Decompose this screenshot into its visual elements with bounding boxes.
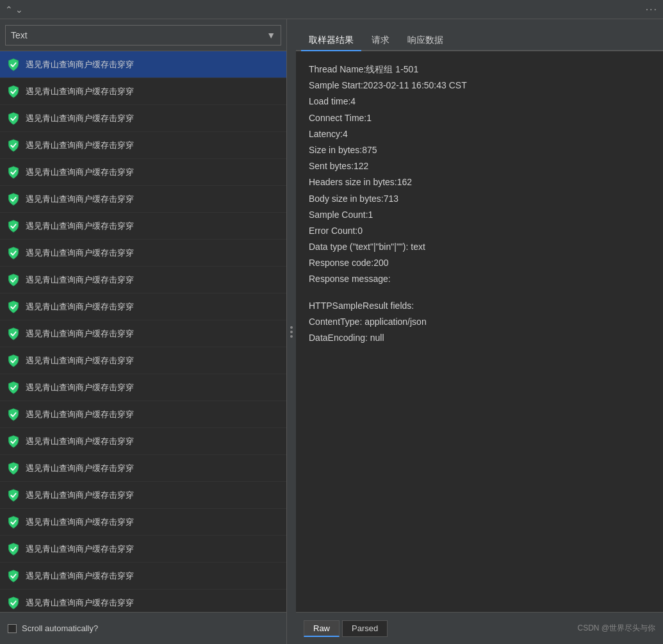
shield-icon [6,596,20,610]
list-item[interactable]: 遇见青山查询商户缓存击穿穿 [0,455,286,482]
item-text: 遇见青山查询商户缓存击穿穿 [26,140,134,151]
latency: Latency:4 [309,126,650,142]
text-dropdown[interactable]: Text ▼ [5,25,281,45]
shield-icon [6,219,20,233]
right-content: Thread Name:线程组 1-501 Sample Start:2023-… [296,51,663,612]
data-type: Data type ("text"|"bin"|""): text [309,239,650,255]
item-text: 遇见青山查询商户缓存击穿穿 [26,194,134,205]
shield-icon [6,273,20,287]
bottom-tab-Raw[interactable]: Raw [304,620,340,637]
list-item[interactable]: 遇见青山查询商户缓存击穿穿 [0,401,286,428]
bottom-tab-Parsed[interactable]: Parsed [342,620,388,637]
sent-bytes: Sent bytes:122 [309,158,650,174]
watermark: CSDN @世界尽头与你 [577,623,655,634]
item-text: 遇见青山查询商户缓存击穿穿 [26,113,134,124]
list-item[interactable]: 遇见青山查询商户缓存击穿穿 [0,132,286,159]
scroll-label: Scroll automatically? [22,623,98,633]
item-text: 遇见青山查询商户缓存击穿穿 [26,570,134,582]
response-code: Response code:200 [309,255,650,271]
list-item[interactable]: 遇见青山查询商户缓存击穿穿 [0,482,286,509]
tab-响应数据[interactable]: 响应数据 [400,31,451,51]
scroll-checkbox[interactable] [8,624,17,633]
right-tabs: 取样器结果请求响应数据 [296,19,663,51]
shield-icon [6,165,20,179]
item-text: 遇见青山查询商户缓存击穿穿 [26,355,134,367]
dropdown-arrow-icon: ▼ [266,30,275,40]
shield-icon [6,327,20,341]
right-footer: RawParsed CSDN @世界尽头与你 [296,612,663,644]
sample-list[interactable]: 遇见青山查询商户缓存击穿穿遇见青山查询商户缓存击穿穿遇见青山查询商户缓存击穿穿遇… [0,51,286,612]
sample-start: Sample Start:2023-02-11 16:50:43 CST [309,78,650,94]
left-panel-header: Text ▼ [0,19,286,51]
list-item[interactable]: 遇见青山查询商户缓存击穿穿 [0,293,286,320]
load-time: Load time:4 [309,94,650,110]
shield-icon [6,434,20,449]
size-in-bytes: Size in bytes:875 [309,142,650,158]
sample-count: Sample Count:1 [309,207,650,223]
list-item[interactable]: 遇见青山查询商户缓存击穿穿 [0,267,286,293]
list-item[interactable]: 遇见青山查询商户缓存击穿穿 [0,51,286,78]
top-bar: ⌃ ⌄ ··· [0,0,663,19]
shield-icon [6,58,20,72]
tab-请求[interactable]: 请求 [364,31,397,51]
shield-icon [6,381,20,395]
item-text: 遇见青山查询商户缓存击穿穿 [26,543,134,555]
shield-icon [6,111,20,126]
list-item[interactable]: 遇见青山查询商户缓存击穿穿 [0,563,286,590]
list-item[interactable]: 遇见青山查询商户缓存击穿穿 [0,320,286,347]
navigation-arrows[interactable]: ⌃ ⌄ [5,4,23,15]
item-text: 遇见青山查询商户缓存击穿穿 [26,59,134,70]
list-item[interactable]: 遇见青山查询商户缓存击穿穿 [0,159,286,186]
list-item[interactable]: 遇见青山查询商户缓存击穿穿 [0,428,286,455]
body-size-in-bytes: Body size in bytes:713 [309,191,650,207]
response-message: Response message: [309,271,650,287]
item-text: 遇见青山查询商户缓存击穿穿 [26,167,134,178]
right-panel: 取样器结果请求响应数据 Thread Name:线程组 1-501 Sample… [296,19,663,644]
shield-icon [6,569,20,583]
item-text: 遇见青山查询商户缓存击穿穿 [26,86,134,97]
list-item[interactable]: 遇见青山查询商户缓存击穿穿 [0,240,286,267]
shield-icon [6,192,20,206]
left-panel: Text ▼ 遇见青山查询商户缓存击穿穿遇见青山查询商户缓存击穿穿遇见青山查询商… [0,19,287,644]
item-text: 遇见青山查询商户缓存击穿穿 [26,516,134,528]
list-item[interactable]: 遇见青山查询商户缓存击穿穿 [0,590,286,612]
item-text: 遇见青山查询商户缓存击穿穿 [26,382,134,393]
shield-icon [6,246,20,260]
shield-icon [6,85,20,99]
shield-icon [6,542,20,556]
content-type: ContentType: application/json [309,314,650,330]
item-text: 遇见青山查询商户缓存击穿穿 [26,301,134,313]
list-item[interactable]: 遇见青山查询商户缓存击穿穿 [0,105,286,132]
connect-time: Connect Time:1 [309,110,650,126]
list-item[interactable]: 遇见青山查询商户缓存击穿穿 [0,78,286,105]
item-text: 遇见青山查询商户缓存击穿穿 [26,220,134,232]
list-item[interactable]: 遇见青山查询商户缓存击穿穿 [0,347,286,374]
thread-name: Thread Name:线程组 1-501 [309,62,650,78]
list-item[interactable]: 遇见青山查询商户缓存击穿穿 [0,374,286,401]
panel-divider[interactable] [287,19,296,644]
list-item[interactable]: 遇见青山查询商户缓存击穿穿 [0,536,286,563]
item-text: 遇见青山查询商户缓存击穿穿 [26,247,134,259]
item-text: 遇见青山查询商户缓存击穿穿 [26,328,134,340]
more-options[interactable]: ··· [646,4,658,15]
shield-icon [6,300,20,314]
shield-icon [6,354,20,368]
item-text: 遇见青山查询商户缓存击穿穿 [26,274,134,286]
tab-取样器结果[interactable]: 取样器结果 [301,31,361,51]
divider-dots [290,326,293,338]
left-panel-footer: Scroll automatically? [0,612,286,644]
shield-icon [6,515,20,529]
bottom-tabs: RawParsed [304,620,388,637]
http-sample-result-fields: HTTPSampleResult fields: [309,298,650,314]
shield-icon [6,138,20,153]
error-count: Error Count:0 [309,223,650,239]
shield-icon [6,461,20,475]
shield-icon [6,488,20,502]
list-item[interactable]: 遇见青山查询商户缓存击穿穿 [0,213,286,240]
item-text: 遇见青山查询商户缓存击穿穿 [26,409,134,420]
list-item[interactable]: 遇见青山查询商户缓存击穿穿 [0,186,286,213]
item-text: 遇见青山查询商户缓存击穿穿 [26,436,134,447]
list-item[interactable]: 遇见青山查询商户缓存击穿穿 [0,509,286,536]
item-text: 遇见青山查询商户缓存击穿穿 [26,597,134,609]
main-content: Text ▼ 遇见青山查询商户缓存击穿穿遇见青山查询商户缓存击穿穿遇见青山查询商… [0,19,663,644]
